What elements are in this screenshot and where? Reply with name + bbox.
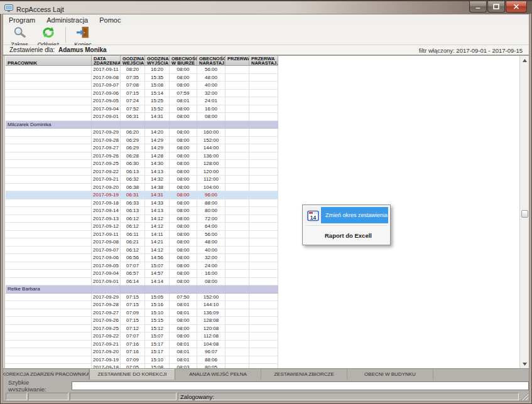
table-row[interactable]: 2017-09-2207:0715:0708:00112:08 — [6, 332, 278, 341]
column-header[interactable]: PRACOWNIK — [6, 56, 92, 66]
table-row[interactable]: 2017-09-0407:5215:5208:0016:00 — [6, 105, 278, 114]
minimize-button[interactable] — [469, 1, 487, 13]
table-row[interactable]: 2017-09-2506:3014:3008:00128:00 — [6, 160, 278, 168]
employee-cell — [6, 348, 92, 356]
table-row[interactable]: 2017-09-1108:2016:2008:0056:00 — [6, 66, 278, 74]
value-cell — [249, 247, 278, 255]
row-gutter — [3, 56, 5, 368]
tab-5[interactable]: OBECNI W BUDYNKU — [347, 369, 433, 380]
column-header[interactable]: PRZERWA — [225, 56, 249, 66]
table-row[interactable]: 2017-09-2707:0915:1008:01136:09 — [6, 309, 278, 317]
value-cell: 2017-09-07 — [92, 247, 121, 255]
tab-2[interactable]: ZESTAWIENIE DO KOREKCJI — [89, 369, 175, 380]
value-cell: 07:16 — [121, 341, 145, 349]
value-cell — [249, 105, 278, 114]
value-cell: 136:09 — [197, 309, 225, 317]
table-row[interactable]: 2017-09-0507:0715:0708:0024:00 — [6, 262, 278, 270]
table-row[interactable]: 2017-09-1406:1314:1308:0080:00 — [6, 207, 278, 215]
table-row[interactable]: 2017-09-0106:3114:3108:0008:00 — [6, 113, 278, 121]
table-row[interactable]: 2017-09-2106:3214:3208:00112:00 — [6, 176, 278, 184]
value-cell: 06:56 — [121, 254, 145, 262]
column-header[interactable]: OBECNOŚĆNARASTAJ. — [197, 56, 225, 66]
search-input[interactable] — [72, 381, 529, 390]
value-cell: 144:00 — [197, 144, 225, 152]
employee-cell — [6, 270, 92, 278]
menu-item-excel-report[interactable]: Raport do Excell — [305, 228, 388, 243]
table-row[interactable]: 2017-09-2807:1515:1608:01144:10 — [6, 301, 278, 309]
tab-4[interactable]: ZESTAWIENIA ZBIORCZE — [261, 369, 347, 380]
value-cell: 80:00 — [197, 207, 225, 215]
value-cell: 07:09 — [121, 356, 145, 364]
value-cell — [225, 97, 249, 105]
value-cell — [225, 301, 249, 309]
column-header[interactable]: GODZINAWEJŚCIA — [121, 56, 145, 66]
close-button[interactable] — [506, 1, 527, 13]
table-row[interactable]: 2017-09-0806:2114:2108:0048:00 — [6, 238, 278, 247]
value-cell — [249, 294, 278, 302]
vertical-scrollbar[interactable] — [519, 56, 529, 368]
view-tabs: KOREKCJA ZDARZEŃ PRACOWNIKAZESTAWIENIE D… — [3, 368, 529, 380]
resize-grip-icon[interactable] — [521, 393, 528, 400]
zakres-button[interactable]: Zakres — [5, 25, 34, 45]
value-cell: 08:00 — [170, 176, 197, 184]
table-row[interactable]: 2017-09-2606:2814:2808:00136:00 — [6, 152, 278, 161]
value-cell — [249, 66, 278, 74]
maximize-button[interactable] — [487, 1, 505, 13]
table-row[interactable]: 2017-09-1206:1214:1208:0064:00 — [6, 223, 278, 231]
table-row[interactable]: 2017-09-0807:3515:3508:0048:00 — [6, 74, 278, 82]
menu-pomoc[interactable]: Pomoc — [94, 15, 126, 25]
group-row[interactable]: Milczarek Dominika — [6, 121, 278, 129]
value-cell: 2017-09-07 — [92, 82, 121, 90]
value-cell: 08:00 — [170, 184, 197, 192]
menu-administracja[interactable]: Administracja — [41, 15, 94, 25]
table-row[interactable]: 2017-09-2206:1314:1308:00120:00 — [6, 168, 278, 176]
table-row[interactable]: 2017-09-1907:0915:1008:0188:06 — [6, 356, 278, 364]
table-row[interactable]: 2017-09-0406:5714:5708:0016:00 — [6, 270, 278, 278]
group-row[interactable]: Retke Barbara — [6, 285, 278, 294]
tab-1[interactable]: KOREKCJA ZDARZEŃ PRACOWNIKA — [3, 369, 89, 380]
scrollbar-thumb[interactable] — [521, 210, 528, 218]
value-cell: 08:00 — [170, 105, 197, 114]
tab-3[interactable]: ANALIZA WEJŚĆ PEŁNA — [175, 369, 261, 380]
table-row[interactable]: 2017-09-0707:0815:0808:0040:00 — [6, 82, 278, 90]
table-row[interactable]: 2017-09-0606:5614:5608:0032:00 — [6, 254, 278, 262]
table-row[interactable]: 2017-09-1906:3114:3108:0096:00 — [6, 191, 278, 199]
table-row[interactable]: 2017-09-1306:1214:1208:0072:00 — [6, 215, 278, 223]
table-row[interactable]: 2017-09-2006:3814:3808:00104:00 — [6, 184, 278, 192]
column-header[interactable]: PRZERWANARASTAJ. — [249, 56, 278, 66]
table-row[interactable]: 2017-09-1106:1114:1108:0056:00 — [6, 231, 278, 239]
table-row[interactable]: 2017-09-0507:2415:2508:0124:01 — [6, 97, 278, 105]
employee-cell — [6, 238, 92, 247]
employee-cell — [6, 356, 92, 364]
table-row[interactable]: 2017-09-2907:1515:0507:50152:00 — [6, 294, 278, 302]
table-row[interactable]: 2017-09-2806:2914:2908:00152:00 — [6, 137, 278, 145]
scroll-up-icon[interactable] — [521, 56, 529, 65]
scroll-down-icon[interactable] — [521, 360, 529, 368]
value-cell — [249, 325, 278, 333]
table-row[interactable]: 2017-09-2107:1615:1708:01104:08 — [6, 341, 278, 349]
table-row[interactable]: 2017-09-2706:2914:2908:00144:00 — [6, 144, 278, 152]
value-cell — [225, 294, 249, 302]
menu-program[interactable]: Program — [3, 15, 41, 25]
table-row[interactable]: 2017-09-0607:1515:1407:5932:00 — [6, 90, 278, 98]
column-header[interactable]: GODZINAWYJŚCIA — [145, 56, 170, 66]
value-cell: 14:31 — [145, 113, 170, 121]
employee-cell: Milczarek Dominika — [6, 121, 92, 129]
table-row[interactable]: 2017-09-0106:1414:1408:0008:00 — [6, 278, 278, 286]
column-header[interactable]: DATAZDARZENIA — [92, 56, 121, 66]
table-row[interactable]: 2017-09-1807:0515:0808:0380:05 — [6, 364, 278, 368]
menu-separator — [306, 225, 387, 226]
table-row[interactable]: 2017-09-0706:1214:1208:0040:00 — [6, 247, 278, 255]
menu-item-change-period[interactable]: 14 Zmień okres zestawienia — [305, 207, 388, 223]
status-panel-1 — [6, 393, 27, 400]
table-row[interactable]: 2017-09-1806:3314:3308:0088:00 — [6, 199, 278, 208]
table-row[interactable]: 2017-09-2007:1615:1708:0196:07 — [6, 348, 278, 356]
column-header[interactable]: OBECNOŚĆW BIURZE — [170, 56, 197, 66]
table-row[interactable]: 2017-09-2906:2014:2008:00160:00 — [6, 129, 278, 137]
attendance-table: PRACOWNIKDATAZDARZENIAGODZINAWEJŚCIAGODZ… — [3, 55, 529, 368]
koniec-button[interactable]: Koniec — [68, 25, 97, 45]
table-row[interactable]: 2017-09-2607:1515:1508:00128:08 — [6, 317, 278, 325]
value-cell — [249, 317, 278, 325]
odswiez-button[interactable]: Odśwież — [34, 25, 63, 45]
table-row[interactable]: 2017-09-2507:1215:1208:00120:08 — [6, 325, 278, 333]
